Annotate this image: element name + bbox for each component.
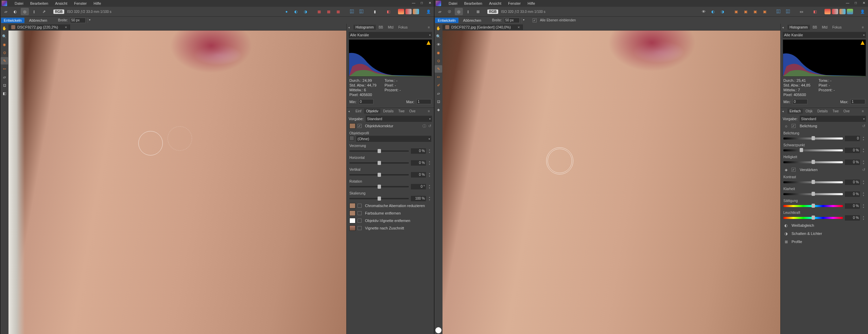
panel-menu-icon[interactable]: ≡ bbox=[428, 25, 433, 29]
rotation-stepper[interactable]: ▴▾ bbox=[428, 184, 431, 189]
clip-shadow-icon[interactable]: ▦ bbox=[315, 8, 323, 15]
channels-dropdown[interactable]: Alle Kanäle bbox=[349, 32, 432, 38]
grad3-icon[interactable] bbox=[413, 9, 419, 14]
brightness-slider[interactable] bbox=[783, 161, 843, 163]
channel-split1-icon[interactable]: ◐ bbox=[709, 8, 717, 15]
mesh-tool-icon[interactable]: ◈ bbox=[435, 106, 442, 113]
contrast-stepper[interactable]: ▴▾ bbox=[862, 180, 865, 185]
zoom-tool-icon[interactable]: 🔍 bbox=[435, 33, 442, 40]
max-input[interactable] bbox=[416, 99, 431, 104]
width-dropdown[interactable]: ▾ bbox=[88, 18, 92, 23]
window-maximize[interactable]: □ bbox=[852, 1, 860, 6]
vertical-value[interactable]: 0 % bbox=[411, 172, 426, 178]
window-minimize[interactable]: — bbox=[410, 1, 418, 6]
width-dropdown[interactable]: ▾ bbox=[522, 18, 526, 23]
view-eye-icon[interactable]: 👁 bbox=[699, 8, 708, 15]
tab-details[interactable]: Details bbox=[381, 109, 396, 114]
hand-tool-icon[interactable]: ✋ bbox=[1, 24, 8, 32]
window-minimize[interactable]: — bbox=[844, 1, 852, 6]
persona-develop-icon[interactable]: ◎ bbox=[21, 8, 29, 15]
clip-c-icon[interactable]: ▣ bbox=[751, 8, 759, 15]
lensprofile-dropdown[interactable]: (Ohne) bbox=[356, 136, 431, 142]
redeye-tool-icon[interactable]: ⊙ bbox=[435, 57, 442, 64]
vertical-slider[interactable] bbox=[349, 174, 409, 175]
view-tool-icon[interactable]: 👁 bbox=[435, 41, 442, 48]
channel-b-icon[interactable]: ◑ bbox=[301, 8, 310, 15]
rotation-slider[interactable] bbox=[349, 186, 409, 187]
reset-icon[interactable]: ↺ bbox=[862, 168, 865, 172]
lut3-icon[interactable] bbox=[839, 9, 846, 14]
foreground-color[interactable] bbox=[435, 327, 441, 333]
tab-fokus[interactable]: Fokus bbox=[396, 25, 410, 30]
contrast-value[interactable]: 0 % bbox=[845, 180, 860, 185]
clip-d-icon[interactable]: ▣ bbox=[761, 8, 769, 15]
cancel-button[interactable]: Abbrechen bbox=[27, 18, 50, 23]
menu-view[interactable]: Ansicht bbox=[52, 1, 71, 6]
panel-menu-icon[interactable]: ≡ bbox=[862, 109, 867, 113]
swatch-icon[interactable]: ◧ bbox=[811, 8, 819, 15]
horizontal-stepper[interactable]: ▴▾ bbox=[428, 160, 431, 166]
clarity-stepper[interactable]: ▴▾ bbox=[862, 191, 865, 197]
window-close[interactable]: ✕ bbox=[426, 1, 434, 6]
clip-a-icon[interactable]: ▣ bbox=[732, 8, 740, 15]
persona-photo-icon[interactable]: ▱ bbox=[436, 8, 444, 15]
tab-bb[interactable]: BB bbox=[377, 25, 385, 30]
auto-icon[interactable]: ⓘ bbox=[422, 124, 426, 129]
contrast-slider[interactable] bbox=[783, 181, 843, 183]
zoom-tool-icon[interactable]: 🔍 bbox=[1, 33, 8, 40]
vertical-stepper[interactable]: ▴▾ bbox=[428, 172, 431, 178]
persona-export-icon[interactable]: ⇗ bbox=[40, 8, 48, 15]
saturation-slider[interactable] bbox=[783, 205, 843, 207]
panel-toggle-icon[interactable]: ◂ bbox=[348, 109, 353, 113]
window-close[interactable]: ✕ bbox=[860, 1, 868, 6]
chroma-checkbox[interactable] bbox=[358, 204, 362, 208]
scale-stepper[interactable]: ▴▾ bbox=[428, 196, 431, 201]
preset-dropdown[interactable]: Standard bbox=[800, 116, 866, 122]
panel-menu-icon[interactable]: ≡ bbox=[428, 109, 433, 113]
pip-icon[interactable]: ▭ bbox=[797, 8, 805, 15]
compare-v-icon[interactable]: ⿲ bbox=[784, 8, 792, 15]
crop-tool-icon[interactable]: ⊡ bbox=[1, 81, 8, 89]
blackpoint-stepper[interactable]: ▴▾ bbox=[862, 148, 865, 153]
brightness-value[interactable]: 0 % bbox=[845, 160, 860, 165]
wb-tool-icon[interactable]: ◉ bbox=[1, 41, 8, 48]
persona-export-icon[interactable]: ⊞ bbox=[474, 8, 482, 15]
canvas-viewport[interactable] bbox=[442, 31, 780, 334]
brightness-stepper[interactable]: ▴▾ bbox=[862, 160, 865, 165]
max-input[interactable] bbox=[850, 99, 865, 104]
wb-accordion[interactable]: ◐Weißabgleich bbox=[783, 221, 866, 229]
exposure-section-toggle[interactable] bbox=[792, 124, 796, 128]
scale-slider[interactable] bbox=[349, 198, 409, 199]
menu-edit[interactable]: Bearbeiten bbox=[461, 1, 486, 6]
distortion-value[interactable]: 0 % bbox=[411, 148, 426, 154]
overlay-paint-icon[interactable]: ✏ bbox=[1, 65, 8, 73]
crop-tool-icon[interactable]: ⊡ bbox=[435, 98, 442, 105]
single-view-icon[interactable]: ▮ bbox=[371, 8, 379, 15]
menu-help[interactable]: Hilfe bbox=[90, 1, 104, 6]
grad2-icon[interactable] bbox=[405, 9, 412, 14]
panel-toggle-icon[interactable]: ◂ bbox=[782, 25, 787, 29]
tab-einfach[interactable]: Einfach bbox=[787, 109, 803, 114]
show-all-layers-checkbox[interactable] bbox=[533, 18, 537, 22]
menu-window[interactable]: Fenster bbox=[71, 1, 90, 6]
panel-menu-icon[interactable]: ≡ bbox=[862, 25, 867, 29]
tab-objektiv[interactable]: Objektiv bbox=[364, 109, 380, 114]
saturation-stepper[interactable]: ▴▾ bbox=[862, 203, 865, 209]
tab-ove[interactable]: Ove bbox=[841, 109, 852, 114]
persona-photo-icon[interactable]: ▱ bbox=[2, 8, 10, 15]
user-icon[interactable]: 👤 bbox=[424, 8, 433, 15]
vignette-checkbox[interactable] bbox=[358, 219, 362, 223]
reset-icon[interactable]: ↺ bbox=[862, 124, 865, 128]
blemish-tool-icon[interactable]: ✎ bbox=[435, 65, 442, 73]
tab-mtd[interactable]: Mtd bbox=[820, 25, 830, 30]
clip-b-icon[interactable]: ▣ bbox=[742, 8, 750, 15]
shadows-accordion[interactable]: ◑Schatten & Lichter bbox=[783, 229, 866, 238]
menu-edit[interactable]: Bearbeiten bbox=[27, 1, 52, 6]
document-tab[interactable]: DSCF9272.jpg (220,2%) × bbox=[8, 24, 70, 30]
vibrance-slider[interactable] bbox=[783, 217, 843, 219]
hand-tool-icon[interactable]: ✋ bbox=[435, 24, 442, 32]
clip-tones-icon[interactable]: ▦ bbox=[334, 8, 342, 15]
persona-tonemap-icon[interactable]: ⫿ bbox=[464, 8, 472, 15]
persona-liquify-icon[interactable]: ◐ bbox=[11, 8, 19, 15]
exposure-slider[interactable] bbox=[783, 137, 843, 140]
